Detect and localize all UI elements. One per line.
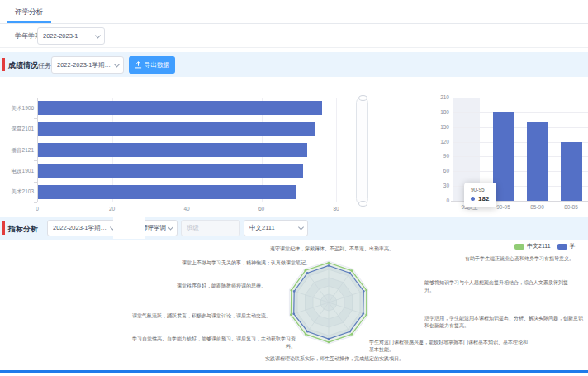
tooltip-series-dot: [471, 197, 475, 201]
section-accent-bar: [2, 58, 5, 71]
legend-item-中文2111[interactable]: 中文2111: [514, 242, 551, 250]
datazoom-handle-top[interactable]: [358, 95, 368, 101]
axis-tick: [34, 98, 37, 98]
y-tick-label: 0: [424, 198, 449, 203]
grade-input-disabled: 班级: [181, 220, 240, 236]
gridline: [453, 127, 588, 128]
radar-indicator-label: 有助于学生端正就业心态和终身学习有指导意义。: [465, 255, 588, 263]
divider: [0, 47, 588, 48]
category-label: 美术1906: [0, 105, 34, 112]
evaluation-analysis-page: 评学分析 学年学期 2022-2023-1 成绩情况 任务 2022-2023-…: [0, 0, 588, 376]
radar-data-point: [328, 341, 330, 344]
bar: [38, 185, 296, 199]
tooltip-category: 90-95: [471, 187, 489, 193]
bar: [38, 164, 303, 178]
radar-indicator-label: 课堂上不做与学习无关的事，精神饱满；认真做课堂笔记。: [173, 259, 311, 267]
y-tick-label: 150: [424, 124, 449, 130]
term-select[interactable]: 2022-2023-1: [37, 27, 105, 45]
x-tick-label: 60: [252, 206, 272, 212]
class-select-value: 中文2111: [249, 224, 275, 232]
chevron-down-icon: [298, 224, 304, 230]
export-icon: [135, 61, 142, 69]
radar-indicator-label: 实践课程理论联系实际，师生互动操作，完成规定的实践项目。: [237, 355, 432, 363]
category-label: 美术2103: [0, 188, 34, 196]
tab-evaluation-analysis[interactable]: 评学分析: [7, 2, 51, 23]
x-tick-label: 0: [27, 206, 47, 212]
radar-data-point: [291, 289, 293, 292]
legend-label: 中文2111: [527, 242, 551, 250]
radar-indicator-label: 课堂气氛活跃，踊跃发言，积极参与课堂讨论，课后主动交流。: [114, 312, 271, 320]
legend-swatch: [514, 244, 524, 250]
score-section-header: 成绩情况 任务 2022-2023-1学期教师评 导出数据: [0, 52, 588, 77]
charts-area: 美术1906保育2101播音2121电设1901美术2103020406080 …: [0, 78, 588, 215]
legend-item-学[interactable]: 学: [557, 242, 576, 250]
y-tick-label: 60: [424, 168, 449, 174]
bar: [561, 142, 582, 201]
axis-tick: [34, 140, 37, 140]
export-button-label: 导出数据: [145, 61, 169, 69]
category-label: 电设1901: [0, 168, 34, 175]
y-tick-label: 180: [424, 109, 449, 115]
score-section-title: 成绩情况: [8, 60, 38, 71]
tab-bar: 评学分析: [0, 0, 588, 24]
axis-tick: [34, 182, 37, 183]
x-tick-label: 80-85: [554, 204, 588, 210]
legend-label: 学: [570, 242, 576, 250]
bottom-accent-line: [0, 370, 588, 373]
axis-tick: [34, 160, 37, 161]
tab-label: 评学分析: [15, 7, 43, 16]
radar-series-中文2111: [291, 263, 366, 342]
x-tick-label: 85-90: [520, 204, 554, 210]
indicator-section-title: 指标分析: [8, 224, 38, 235]
radar-indicator-label: 能够将知识学习与个人思想观念提升相结合，综合人文素质得到提升。: [424, 279, 571, 295]
task-select[interactable]: 2022-2023-1学期教师评: [51, 56, 124, 74]
legend-swatch: [557, 244, 567, 250]
gridline: [453, 112, 588, 113]
y-tick-label: 210: [424, 94, 449, 100]
bar: [38, 143, 307, 157]
radar-data-point: [365, 289, 368, 292]
section-accent-bar: [2, 221, 5, 235]
category-label: 播音2121: [0, 147, 34, 155]
radar-data-point: [351, 269, 353, 272]
y-tick-label: 120: [424, 139, 449, 145]
category-label: 保育2101: [0, 126, 34, 133]
tooltip-value: 182: [478, 195, 489, 202]
redaction-overlay: [113, 217, 145, 239]
indicator-section-header: 指标分析 2022-2023-1学期教师评 教师评学调 班级 中文2111: [0, 217, 588, 240]
indicator-task-select-value: 2022-2023-1学期教师评: [53, 224, 107, 232]
radar-data-point: [351, 333, 353, 336]
radar-indicator-label: 活学活用，学生能运用本课程知识提出、分析、解决实际问题，创新意识和创新能力有提高…: [424, 315, 587, 331]
task-select-value: 2022-2023-1学期教师评: [57, 61, 111, 69]
export-data-button[interactable]: 导出数据: [129, 56, 175, 74]
class-select[interactable]: 中文2111: [244, 220, 308, 236]
bar: [38, 122, 315, 136]
radar-data-point: [290, 314, 292, 317]
bar: [38, 101, 322, 115]
x-tick-label: 40: [177, 206, 197, 212]
gridline: [453, 98, 588, 98]
radar-data-point: [305, 269, 307, 272]
x-tick-label: 20: [102, 206, 122, 212]
axis-tick: [34, 118, 37, 119]
y-tick-label: 90: [424, 153, 449, 159]
radar-legend: 中文2111学: [514, 242, 576, 250]
bar: [527, 122, 548, 201]
chevron-down-icon: [114, 61, 120, 67]
chart-tooltip: 90-95 182: [464, 183, 496, 207]
task-label: 任务: [38, 61, 51, 70]
x-tick-label: 80: [326, 206, 346, 212]
gridline: [336, 98, 337, 202]
y-axis-line: [453, 98, 453, 201]
axis-tick: [34, 202, 37, 203]
datazoom-slider[interactable]: [356, 97, 368, 205]
indicator-task-select[interactable]: 2022-2023-1学期教师评: [47, 220, 120, 236]
radar-data-point: [328, 262, 330, 264]
datazoom-handle-bottom[interactable]: [358, 201, 368, 207]
radar-indicator-label: 学习自觉性高、自学能力较好，能够课前预习、课后复习，主动获取学习资料。: [130, 336, 296, 351]
radar-data-point: [305, 333, 307, 336]
radar-indicator-label: 学生对这门课程很感兴趣，能较好地掌握本门课程基本知识、基本理论和基本技能。: [369, 339, 532, 355]
radar-indicator-label: 课堂秩序良好，能跟随教师授课的思维。: [152, 283, 266, 290]
radar-data-point: [365, 314, 368, 317]
grade-input-placeholder: 班级: [187, 224, 199, 232]
